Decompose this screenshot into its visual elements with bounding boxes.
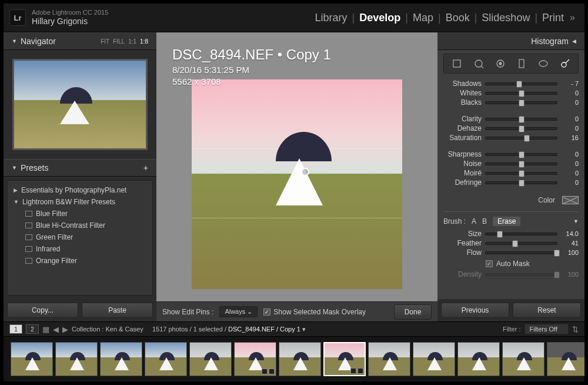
slider-flow[interactable]: Flow100 (443, 248, 579, 257)
slider-knob[interactable] (497, 231, 503, 238)
slider-track[interactable] (485, 251, 557, 254)
filter-select[interactable]: Filters Off (524, 324, 569, 334)
slider-track[interactable] (485, 233, 557, 235)
slider-dehaze[interactable]: Dehaze0 (443, 124, 579, 132)
preset-folder[interactable]: ▶Essentials by PhotographyPla.net (8, 184, 152, 196)
slider-size[interactable]: Size14.0 (443, 230, 579, 238)
slider-moiré[interactable]: Moiré0 (443, 169, 579, 177)
slider-knob[interactable] (524, 135, 530, 142)
slider-track[interactable] (485, 242, 557, 245)
slider-track[interactable] (485, 127, 557, 130)
previous-button[interactable]: Previous (441, 303, 509, 318)
crop-tool-icon[interactable] (451, 58, 463, 69)
slider-knob[interactable] (516, 81, 522, 88)
slider-sharpness[interactable]: Sharpness0 (443, 150, 579, 158)
module-library[interactable]: Library (311, 12, 350, 24)
preset-item[interactable]: Green Filter (8, 231, 152, 243)
image-canvas-area[interactable]: DSC_8494.NEF • Copy 1 8/20/16 5:31:25 PM… (156, 32, 437, 321)
filmstrip-thumb[interactable] (279, 342, 321, 376)
slider-blacks[interactable]: Blacks0 (443, 98, 579, 107)
reset-button[interactable]: Reset (513, 303, 581, 318)
slider-density[interactable]: Density100 (443, 270, 579, 278)
radial-tool-icon[interactable] (537, 58, 549, 69)
edit-pins-select[interactable]: Always ⌄ (219, 306, 258, 317)
brush-b[interactable]: B (482, 217, 487, 225)
adjustment-pin[interactable] (301, 168, 309, 176)
slider-knob[interactable] (519, 161, 524, 168)
preset-item[interactable]: Infrared (8, 243, 152, 255)
main-photo[interactable] (192, 79, 402, 289)
monitor-1-button[interactable]: 1 (9, 324, 22, 334)
histogram-header[interactable]: Histogram ◀ (437, 32, 584, 50)
slider-knob[interactable] (519, 90, 524, 97)
preset-item[interactable]: Blue Filter (8, 208, 152, 220)
grid-view-icon[interactable]: ▦ (42, 325, 49, 334)
slider-knob[interactable] (554, 271, 560, 278)
nav-zoom-1:8[interactable]: 1:8 (140, 38, 148, 45)
slider-noise[interactable]: Noise0 (443, 160, 579, 168)
slider-knob[interactable] (519, 99, 524, 107)
slider-feather[interactable]: Feather41 (443, 239, 579, 247)
brush-erase[interactable]: Erase (493, 217, 520, 226)
slider-track[interactable] (485, 172, 557, 175)
slider-defringe[interactable]: Defringe0 (443, 178, 579, 187)
grad-tool-icon[interactable] (516, 58, 527, 69)
brush-a[interactable]: A (472, 217, 476, 225)
module-print[interactable]: Print (539, 12, 567, 24)
slider-track[interactable] (485, 137, 557, 140)
slider-track[interactable] (485, 273, 557, 276)
slider-shadows[interactable]: Shadows- 7 (443, 79, 579, 88)
module-book[interactable]: Book (442, 12, 473, 24)
preset-item[interactable]: Orange Filter (8, 255, 152, 267)
filmstrip-thumb[interactable] (55, 342, 98, 376)
nav-forward-icon[interactable]: ▶ (62, 325, 68, 334)
module-slideshow[interactable]: Slideshow (478, 12, 533, 24)
slider-knob[interactable] (512, 240, 518, 247)
nav-zoom-fit[interactable]: FIT (101, 38, 109, 45)
slider-track[interactable] (485, 101, 557, 104)
more-modules-icon[interactable]: » (567, 12, 579, 23)
slider-knob[interactable] (519, 180, 524, 187)
show-mask-checkbox[interactable]: ✓ Show Selected Mask Overlay (263, 308, 366, 316)
preset-folder[interactable]: ▼Lightroom B&W Filter Presets (8, 196, 152, 208)
slider-track[interactable] (485, 162, 557, 165)
filmstrip-thumb[interactable] (145, 342, 187, 376)
filmstrip-thumb[interactable] (189, 342, 232, 376)
filmstrip-thumb[interactable] (100, 342, 142, 376)
filmstrip-thumb[interactable] (11, 342, 53, 376)
slider-knob[interactable] (554, 250, 560, 257)
slider-track[interactable] (485, 181, 557, 184)
slider-knob[interactable] (519, 116, 524, 123)
slider-track[interactable] (485, 118, 557, 121)
presets-header[interactable]: ▼ Presets + (4, 159, 156, 177)
nav-zoom-fill[interactable]: FILL (113, 38, 125, 45)
slider-track[interactable] (485, 92, 557, 95)
auto-mask-checkbox[interactable]: ✓Auto Mask (443, 258, 579, 269)
copy-button[interactable]: Copy... (7, 303, 78, 318)
preset-item[interactable]: Blue Hi-Contrast Filter (8, 220, 152, 231)
module-map[interactable]: Map (409, 12, 437, 24)
filmstrip[interactable] (4, 337, 584, 381)
slider-knob[interactable] (519, 125, 524, 132)
brush-tool-icon[interactable] (559, 58, 571, 69)
slider-saturation[interactable]: Saturation16 (443, 134, 579, 142)
filter-lock-icon[interactable]: ⇅ (572, 325, 579, 334)
color-swatch[interactable] (562, 196, 579, 204)
color-row[interactable]: Color (443, 194, 579, 209)
filmstrip-thumb[interactable] (368, 342, 410, 376)
done-button[interactable]: Done (394, 304, 432, 320)
collapse-icon[interactable]: ▼ (573, 218, 579, 224)
slider-track[interactable] (485, 153, 557, 156)
nav-zoom-1:1[interactable]: 1:1 (128, 38, 136, 45)
spot-tool-icon[interactable] (473, 58, 485, 69)
navigator-preview[interactable] (12, 59, 148, 150)
paste-button[interactable]: Paste (82, 303, 153, 318)
breadcrumb[interactable]: Collection : Ken & Casey 1517 photos / 1… (72, 326, 306, 333)
filmstrip-thumb[interactable] (502, 342, 544, 376)
filmstrip-thumb[interactable] (413, 342, 455, 376)
slider-clarity[interactable]: Clarity0 (443, 115, 579, 123)
monitor-2-button[interactable]: 2 (26, 324, 39, 334)
nav-back-icon[interactable]: ◀ (53, 325, 59, 334)
add-preset-icon[interactable]: + (143, 163, 148, 172)
filmstrip-thumb[interactable] (323, 342, 366, 376)
